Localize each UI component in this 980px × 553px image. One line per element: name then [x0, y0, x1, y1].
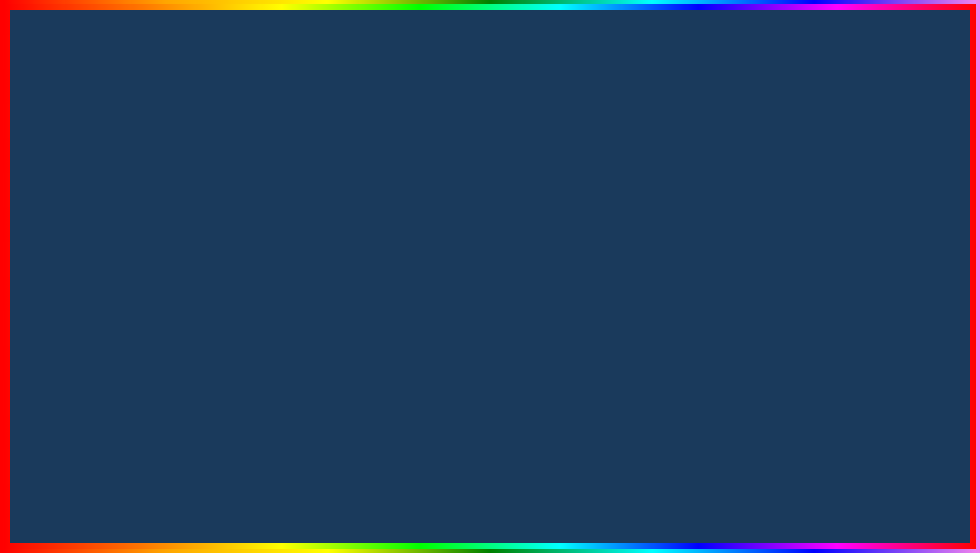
tab-misc[interactable]: Misc [158, 156, 180, 163]
tab2-items[interactable]: ⚔ Items [146, 233, 169, 240]
window1-redeem: Redeem All Code [60, 189, 169, 195]
tab2-misc[interactable]: Misc [215, 233, 237, 240]
title-blox: BLOX [162, 14, 408, 108]
tab-mastery[interactable]: 💎 Mastery [120, 156, 151, 163]
tab2-main[interactable]: Main [116, 233, 139, 240]
bottom-auto-farm: AUTO FARM [158, 474, 489, 539]
feature-all-mastery: ALL MASTERY [724, 251, 945, 282]
window1-select-weapon: Please Select Your Weapon [174, 181, 283, 187]
feature-smooth-farm-label: SMOOTH FARM [724, 285, 933, 316]
w2-death-step: ⚡ | Auto Death Step [271, 274, 420, 281]
features-list: AUTO FARM AUTO QUEST FAST ATTACK ALL MAS… [724, 146, 945, 390]
w2-fish-label: Fish Tails [116, 265, 140, 271]
w2-fully-label: | Auto Fully Superhuman [280, 266, 341, 272]
ui-window-1: Winnable Hub - Blox Fruits Main ⚔ Items … [55, 141, 288, 212]
w1-redeem-label: Redeem All Code [60, 189, 104, 195]
window1-tabs: Main ⚔ Items 💎 Mastery Misc [56, 154, 287, 166]
window1-content: \\ Auto Farm // | Auto Farm Level Redeem… [56, 166, 287, 211]
w2-superhuman-icon: ⚡ [271, 258, 278, 264]
feature-all-mastery-label: ALL MASTERY [724, 250, 921, 282]
bg-tower-top [650, 271, 689, 306]
window1-plus[interactable]: + [220, 190, 223, 196]
window1-settings-title: \\ Settings // [174, 170, 283, 179]
w2-superhuman: ⚡ | Auto Superhuman [271, 258, 420, 264]
feature-fast-attack-label: FAST ATTACK [724, 215, 912, 247]
w2-electric-claw: ⚡ | Auto Electric Claw [271, 290, 420, 297]
main-container: BLOX FRUITS Winnable Hub - Blox Fruits M… [0, 0, 980, 553]
w2-dragon-talon: 🟡 | Auto Dragon Talon [271, 298, 420, 305]
feature-auto-farm: AUTO FARM [724, 146, 945, 177]
w2-prince-text: Princ... [116, 277, 132, 283]
w2-fully-superhuman: ⚡ | Auto Fully Superhuman [271, 266, 420, 272]
tab-mastery-icon: 💎 [120, 156, 127, 163]
w1-select-label: Please Select Your Weapon [174, 181, 243, 187]
w2-death-icon: ⚡ [271, 274, 278, 281]
w2-item-chest: 🟥 | Auto Chest [116, 308, 266, 315]
skull-icon: 💀 [753, 495, 791, 531]
w2-dragon-icon: 🟡 [271, 298, 278, 305]
w1-gold-icon [60, 181, 66, 187]
feature-auto-mastery-label: AUTO MASTERY [724, 354, 945, 386]
w2-superhuman-label: | Auto Superhuman [280, 258, 328, 264]
work-text-line1: WORK [238, 392, 397, 420]
window2-prince: Princ... [116, 277, 266, 283]
window1-autofarm-title: \\ Auto Farm // [60, 170, 169, 179]
window2-content: \\ Items // Materials Select Fish Tails … [112, 243, 424, 329]
tab2-mastery-icon: 💎 [176, 233, 184, 240]
window1-weapon-input[interactable] [174, 189, 215, 198]
window2-materials: Materials Select [116, 258, 266, 264]
window2-tabs: Main ⚔ Items 💎 Mastery Misc [112, 230, 424, 243]
window2-col-right: \\ Fighting Style // ⚡ | Auto Superhuman… [271, 247, 420, 325]
feature-auto-mastery: AUTO MASTERY [724, 355, 945, 386]
w2-sharkman-icon: ⚡ [271, 282, 278, 289]
tab2-items-icon: ⚔ [146, 233, 152, 240]
tab-main[interactable]: Main [60, 156, 82, 163]
feature-auto-farm-label: AUTO FARM [724, 146, 889, 177]
tab2-main-icon [116, 234, 122, 240]
window2-two-col: \\ Items // Materials Select Fish Tails … [116, 247, 420, 325]
w2-electric-icon: ⚡ [271, 290, 278, 297]
window2-fighting-title: \\ Fighting Style // [271, 247, 420, 255]
feature-smooth-farm: SMOOTH FARM [724, 285, 945, 316]
feature-magnet: MAGNET [724, 320, 945, 351]
feature-auto-quest: AUTO QUEST [724, 181, 945, 212]
tab2-misc-icon [215, 234, 221, 240]
ui-window-2: Winnable Hub - Blox Fruits Main ⚔ Items … [111, 217, 426, 330]
w2-trident-icon: 🟡 [116, 292, 123, 299]
feature-magnet-label: MAGNET [724, 320, 844, 351]
tab-main-icon [60, 157, 66, 163]
window1-fast-attack: Fast Attack Select [174, 199, 283, 205]
tab-items[interactable]: ⚔ Items [90, 156, 112, 163]
w2-trident-label: | Auto Dragon Trident [126, 293, 179, 299]
w2-chest-label: | Auto Chest [126, 309, 156, 315]
window2-title: Winnable Hub - Blox Fruits [116, 221, 189, 228]
w2-chesthop-icon: 🟥 [116, 317, 123, 323]
window1-auto-farm-level: | Auto Farm Level [60, 181, 169, 187]
w1-fast-attack-label: Fast Attack Select [174, 199, 219, 205]
window2-titlebar: Winnable Hub - Blox Fruits [112, 219, 424, 230]
feature-fast-attack: FAST ATTACK [724, 216, 945, 247]
w2-death-label: | Auto Death Step [280, 274, 324, 281]
w2-fully-icon: ⚡ [271, 266, 278, 272]
window2-divider [116, 273, 266, 275]
w2-dragon-label: | Auto Dragon Talon [280, 299, 329, 305]
window2-col-left: \\ Items // Materials Select Fish Tails … [116, 247, 266, 325]
window1-title: Winnable Hub - Blox Fruits [60, 144, 133, 151]
tab2-mastery[interactable]: 💎 Mastery [176, 233, 207, 240]
window1-col-left: \\ Auto Farm // | Auto Farm Level Redeem… [60, 170, 169, 207]
w2-scythe-label: | Auto Hallow Scythe [126, 285, 177, 291]
tab-items-icon: ⚔ [90, 156, 95, 163]
w2-fish-plus[interactable]: + [145, 265, 148, 271]
window2-fish-tails: Fish Tails + [116, 265, 266, 271]
window1-col-right: \\ Settings // Please Select Your Weapon… [174, 170, 283, 207]
title-fruits: FRUITS [494, 14, 818, 108]
w2-item-trident: 🟡 | Auto Dragon Trident [116, 292, 266, 299]
w2-item-elite: 💀 | Auto Elite Hunter [116, 300, 266, 307]
w1-auto-farm-label: | Auto Farm Level [70, 181, 114, 187]
window1-melee-row: + [174, 189, 283, 198]
w2-sharkman-label: | Auto Sharkman Karate [280, 283, 340, 289]
w2-scythe-icon: 🟡 [116, 284, 123, 291]
tab-misc-icon [158, 157, 165, 163]
feature-auto-quest-label: AUTO QUEST [724, 181, 906, 212]
w2-chest-icon: 🟥 [116, 308, 123, 315]
